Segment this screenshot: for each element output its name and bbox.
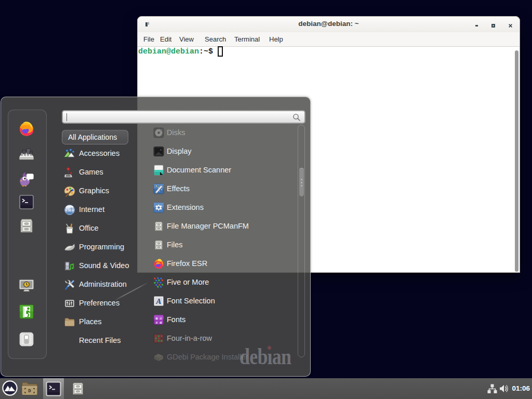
svg-text:A: A [155, 297, 161, 305]
svg-text:a: a [156, 320, 158, 325]
svg-text:a: a [160, 320, 162, 325]
svg-text:D: D [28, 389, 31, 394]
